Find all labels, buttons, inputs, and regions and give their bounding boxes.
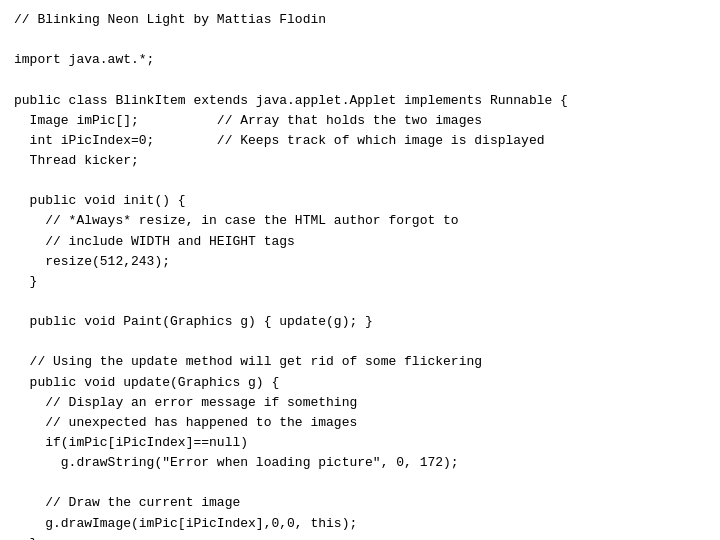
code-display: // Blinking Neon Light by Mattias Flodin… <box>14 10 706 540</box>
